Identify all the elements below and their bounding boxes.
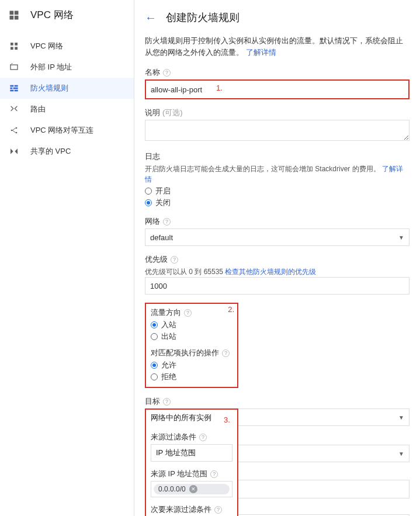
svg-point-17 <box>16 127 18 129</box>
help-icon[interactable]: ? <box>171 256 178 264</box>
dropdown-caret-icon: ▼ <box>398 451 404 457</box>
routes-icon <box>8 103 20 115</box>
target-label: 目标 <box>145 396 160 407</box>
svg-rect-2 <box>10 15 14 19</box>
sidebar-item-label: 共享的 VPC <box>30 146 71 157</box>
action-deny-radio[interactable]: 拒绝 <box>151 372 232 382</box>
svg-rect-10 <box>10 85 13 87</box>
svg-rect-1 <box>15 11 19 15</box>
help-icon[interactable]: ? <box>199 434 207 441</box>
svg-line-19 <box>12 128 15 130</box>
dropdown-caret-icon: ▼ <box>398 234 404 241</box>
logs-block: 日志 开启防火墙日志可能会生成大量的日志，这可能会增加 Stackdriver … <box>145 151 409 208</box>
dropdown-caret-icon: ▼ <box>398 414 404 421</box>
explain-block: 说明(可选) <box>145 108 409 143</box>
help-icon[interactable]: ? <box>222 349 230 357</box>
logs-sub: 开启防火墙日志可能会生成大量的日志，这可能会增加 Stackdriver 的费用… <box>145 164 409 185</box>
logs-off-radio[interactable]: 关闭 <box>145 198 409 208</box>
action-allow-radio[interactable]: 允许 <box>151 360 232 370</box>
sidebar-item-external-ip[interactable]: 外部 IP 地址 <box>0 57 134 78</box>
priority-link[interactable]: 检查其他防火墙规则的优先级 <box>225 268 316 276</box>
page-title: 创建防火墙规则 <box>166 11 239 25</box>
target-select-value: 网络中的所有实例 <box>146 410 237 426</box>
name-label: 名称 <box>145 67 160 78</box>
svg-point-16 <box>11 130 13 131</box>
desc-link[interactable]: 了解详情 <box>246 48 276 57</box>
direction-out-radio[interactable]: 出站 <box>151 331 232 342</box>
priority-hint: 优先级可以从 0 到 65535 检查其他防火墙规则的优先级 <box>145 266 409 277</box>
sidebar-item-peering[interactable]: VPC 网络对等互连 <box>0 120 134 141</box>
help-icon[interactable]: ? <box>210 470 218 478</box>
optional-text: (可选) <box>162 108 183 118</box>
source-filter-select[interactable]: ▼ <box>238 445 409 462</box>
logs-label: 日志 <box>145 151 160 162</box>
sidebar-item-label: 路由 <box>30 104 46 115</box>
direction-action-group: 流量方向? 入站 出站 对匹配项执行的操作? 允许 拒绝 2. <box>145 303 409 388</box>
help-icon[interactable]: ? <box>163 218 171 226</box>
radio-checked-icon <box>151 362 158 369</box>
direction-in-radio[interactable]: 入站 <box>151 320 232 330</box>
logs-on-radio[interactable]: 开启 <box>145 186 409 196</box>
priority-label: 优先级 <box>145 254 168 265</box>
sidebar-header: VPC 网络 <box>0 0 134 30</box>
vpc-network-icon <box>8 9 20 21</box>
explain-textarea[interactable] <box>145 120 409 141</box>
sidebar: VPC 网络 VPC 网络 外部 IP 地址 防火墙规则 <box>0 0 134 516</box>
name-block: 名称? 1. <box>145 67 409 99</box>
help-icon[interactable]: ? <box>163 398 171 406</box>
sidebar-item-label: VPC 网络对等互连 <box>30 125 93 136</box>
direction-label: 流量方向 <box>151 307 181 318</box>
source-ip-input[interactable] <box>238 480 409 498</box>
svg-rect-11 <box>15 85 18 87</box>
sidebar-item-routes[interactable]: 路由 <box>0 99 134 120</box>
svg-rect-14 <box>10 90 13 92</box>
sidebar-item-label: 防火墙规则 <box>30 83 68 93</box>
priority-input[interactable] <box>145 277 409 295</box>
svg-rect-8 <box>11 65 18 70</box>
help-icon[interactable]: ? <box>163 69 171 77</box>
sidebar-item-label: VPC 网络 <box>30 41 63 51</box>
peering-icon <box>8 124 20 136</box>
source-filter-value: IP 地址范围 <box>151 444 232 462</box>
svg-rect-15 <box>15 90 18 92</box>
action-label: 对匹配项执行的操作 <box>151 348 219 358</box>
secondary-filter-label: 次要来源过滤条件 <box>151 504 211 515</box>
main-header: ← 创建防火墙规则 <box>145 11 409 25</box>
explain-label: 说明 <box>145 108 160 118</box>
help-icon[interactable]: ? <box>214 506 222 514</box>
sidebar-item-firewall[interactable]: 防火墙规则 <box>0 78 134 99</box>
svg-line-20 <box>12 130 15 133</box>
network-block: 网络? default ▼ <box>145 216 409 246</box>
target-select[interactable]: ▼ <box>238 408 409 426</box>
svg-rect-3 <box>15 15 19 19</box>
sidebar-item-shared-vpc[interactable]: 共享的 VPC <box>0 141 134 162</box>
svg-rect-12 <box>10 88 12 89</box>
name-input[interactable] <box>146 81 408 98</box>
sidebar-item-label: 外部 IP 地址 <box>30 62 72 72</box>
firewall-icon <box>8 82 20 94</box>
svg-rect-5 <box>15 43 18 46</box>
help-icon[interactable]: ? <box>184 309 192 317</box>
radio-icon <box>151 333 158 340</box>
sidebar-title: VPC 网络 <box>30 8 74 22</box>
back-arrow-icon[interactable]: ← <box>145 11 157 25</box>
priority-block: 优先级? 优先级可以从 0 到 65535 检查其他防火墙规则的优先级 <box>145 254 409 295</box>
sidebar-menu: VPC 网络 外部 IP 地址 防火墙规则 路由 <box>0 30 134 162</box>
target-group: 目标? 网络中的所有实例 来源过滤条件? IP 地址范围 来源 IP 地址范围?… <box>145 396 409 516</box>
svg-rect-4 <box>11 43 13 46</box>
network-select[interactable]: default ▼ <box>145 228 409 246</box>
svg-rect-13 <box>13 88 18 89</box>
sidebar-item-vpc-network[interactable]: VPC 网络 <box>0 36 134 57</box>
ip-chip: 0.0.0.0/0 ✕ <box>154 484 230 494</box>
grid-icon <box>8 40 20 52</box>
svg-rect-0 <box>10 11 14 15</box>
radio-icon <box>145 188 152 195</box>
network-label: 网络 <box>145 216 160 227</box>
svg-point-18 <box>16 132 18 134</box>
chip-remove-icon[interactable]: ✕ <box>189 485 197 493</box>
source-filter-label: 来源过滤条件 <box>151 432 196 442</box>
shared-vpc-icon <box>8 146 20 157</box>
radio-checked-icon <box>145 199 152 206</box>
radio-icon <box>151 373 158 380</box>
source-ip-label: 来源 IP 地址范围 <box>151 469 207 479</box>
